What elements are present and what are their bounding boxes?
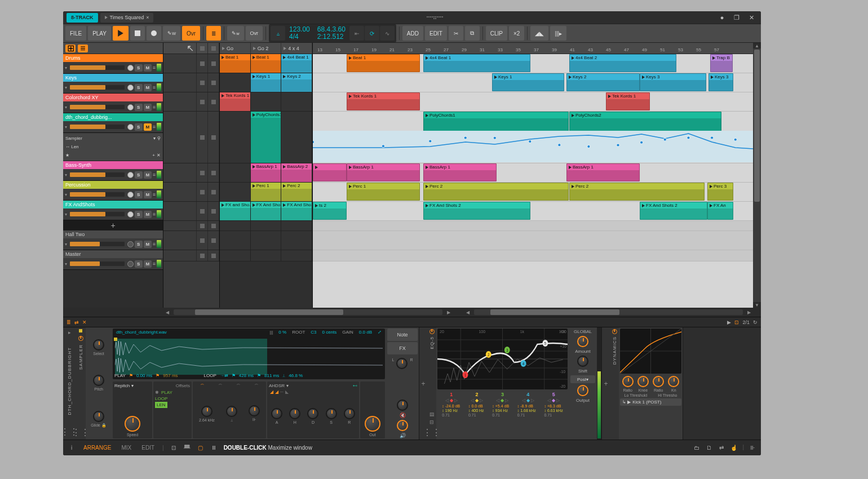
track-name[interactable]: Percussion <box>63 181 163 189</box>
timeline-row[interactable]: ts 2FX And Shots 2FX And Shots 2FX An <box>313 202 753 221</box>
eq-output-knob[interactable] <box>577 385 588 396</box>
stop-clip[interactable] <box>208 73 219 92</box>
timeline-clip[interactable] <box>313 163 347 181</box>
record-arm[interactable] <box>127 261 134 267</box>
record-arm[interactable] <box>127 124 134 130</box>
stop-clip[interactable] <box>208 202 219 220</box>
fold-button[interactable]: ◢◣ <box>530 26 548 41</box>
volume-fader[interactable] <box>70 172 125 177</box>
offset-k3[interactable] <box>249 405 260 416</box>
timeline-row[interactable]: PolyChords1PolyChords2 <box>313 112 753 163</box>
record-arm[interactable] <box>127 241 134 247</box>
pre-roll-button[interactable]: ⇤ <box>349 26 364 41</box>
pointer-tool[interactable]: ↖ <box>163 43 197 54</box>
nav-io-icon[interactable]: ⊡ <box>734 320 739 325</box>
ahdsr-a-knob[interactable] <box>271 408 282 419</box>
volume-fader[interactable] <box>70 192 125 197</box>
eq-curve-display[interactable]: 1 2 3 4 5 201001k10k +20+10-10-20 <box>437 329 568 389</box>
clip-slot[interactable]: Keys 1 <box>251 73 282 92</box>
track-menu-icon[interactable]: ≡ <box>153 85 156 90</box>
nav-close-icon[interactable]: ✕ <box>82 320 87 325</box>
track-menu-icon[interactable]: ≡ <box>153 241 156 247</box>
clip-button[interactable]: CLIP <box>486 26 507 41</box>
expand-icon[interactable]: ▾ <box>65 172 67 178</box>
loop-mode-icon[interactable]: →⇄ <box>220 373 228 378</box>
stop-clip[interactable] <box>197 54 208 73</box>
eq-band-select[interactable]: 4 ◁◆▷ <box>522 392 534 403</box>
expand-icon[interactable]: ▾ <box>65 192 67 197</box>
waveform-display[interactable]: dth_chord_dubbright.wav ||| 0 % ROOTC3 0… <box>113 329 385 379</box>
zoom-button[interactable]: ×2 <box>509 26 524 41</box>
offset-k1[interactable] <box>201 406 212 417</box>
chain-collapse-icon[interactable]: ▸ <box>68 330 71 335</box>
clip-slot[interactable]: BassArp 1 <box>251 163 282 182</box>
ahdsr-h-knob[interactable] <box>289 408 300 419</box>
expand-icon[interactable]: ▾ <box>65 125 67 130</box>
expand-icon[interactable]: ▾ <box>65 65 67 70</box>
stop-clip[interactable] <box>197 92 208 111</box>
add-button[interactable]: ADD <box>402 26 423 41</box>
eq-band-values[interactable]: ↕ 0.0 dB↕ 400 Hz0.71 <box>468 404 484 417</box>
tab-edit[interactable]: EDIT <box>139 443 157 452</box>
stop-clip[interactable] <box>208 221 219 230</box>
band-shape-icon[interactable]: ◆ <box>526 398 530 403</box>
add-track-button[interactable]: + <box>63 220 163 230</box>
ahdsr-r-knob[interactable] <box>344 408 355 419</box>
timeline-clip[interactable]: BassArp 1 <box>423 163 497 181</box>
tempo-display[interactable]: 123.004/4 <box>286 26 313 41</box>
nav-lines-icon[interactable]: ≣ <box>67 320 71 325</box>
record-arm[interactable] <box>127 172 134 178</box>
loop-button[interactable]: ⟳ <box>365 26 379 41</box>
footer-ic-1[interactable]: ⊡ <box>170 444 178 452</box>
eq-shift-knob[interactable] <box>577 356 588 367</box>
footer-ic-2[interactable]: ᚙ <box>183 444 191 452</box>
play-end-flag-icon[interactable]: ⚑ <box>156 373 160 378</box>
maximize-icon[interactable]: ❐ <box>730 13 743 22</box>
dyn-ratio-knob[interactable] <box>653 376 664 387</box>
eq-view-a[interactable]: ▤ <box>429 411 435 417</box>
clip-slot[interactable]: FX and Sho.. <box>220 202 251 220</box>
ahdsr-link-icon[interactable]: ⊷ <box>353 383 357 388</box>
track-header[interactable]: Colorchord XY ▾ S M ≡ <box>63 94 163 113</box>
solo-button[interactable]: S <box>135 84 143 91</box>
band-shape-icon[interactable]: ◆ <box>450 398 453 403</box>
timeline-clip[interactable]: Perc 2 <box>423 183 569 201</box>
eq-view-b[interactable]: ⊟ <box>429 419 434 425</box>
file-button[interactable]: FILE <box>65 26 86 41</box>
record-arm[interactable] <box>127 65 134 71</box>
band-shape-icon[interactable]: ◆ <box>501 398 504 403</box>
offset-k2[interactable] <box>226 406 237 417</box>
loop-start-flag[interactable]: ⚑ <box>232 373 236 378</box>
tab-project[interactable]: Times Squared × <box>100 13 154 23</box>
record-arm[interactable] <box>127 211 134 218</box>
eq-band-select[interactable]: 2 ◁◆▷ <box>471 392 483 403</box>
clip-slot[interactable]: FX And Sho.. <box>251 202 282 220</box>
punch-button[interactable]: ∿ <box>380 26 395 41</box>
timeline-clip[interactable]: FX An <box>707 202 733 220</box>
timeline-row[interactable]: BassArp 1BassArp 1BassArp 1 <box>313 163 753 183</box>
record-arm[interactable] <box>127 104 134 110</box>
nav-routing-icon[interactable]: ⇄ <box>74 320 79 325</box>
eq-band-select[interactable]: 1 ◁◆▷ <box>445 392 458 403</box>
track-name[interactable]: FX AndShots <box>63 201 163 209</box>
solo-button[interactable]: S <box>135 64 143 72</box>
scene-go[interactable]: Go <box>220 43 251 54</box>
timeline-clip[interactable]: 4x4 Beat 1 <box>423 54 530 72</box>
stop-clip[interactable] <box>208 112 219 163</box>
timeline-row[interactable] <box>313 231 753 250</box>
expand-icon[interactable]: ▾ <box>65 212 67 217</box>
ahdsr-d-knob[interactable] <box>307 408 318 419</box>
track-name[interactable]: Master <box>63 250 163 258</box>
timeline-ruler[interactable]: 1315171921232527293133353739414345474951… <box>313 43 753 54</box>
pin-icon[interactable]: ⚲ <box>157 136 161 141</box>
clip-slot[interactable]: PolyChords1 <box>251 112 282 163</box>
expand-icon[interactable]: ▾ <box>65 85 67 90</box>
curve-3-icon[interactable]: ⌒ <box>236 383 241 389</box>
routing-icon[interactable]: ⇄ <box>718 444 725 452</box>
expand-icon[interactable]: ▾ <box>65 242 67 247</box>
dyn-sidechain[interactable]: ↳ ▶Kick 1 (POST) <box>620 398 681 406</box>
record-arm[interactable] <box>127 192 134 198</box>
timeline-row[interactable] <box>313 221 753 231</box>
record-arm[interactable] <box>127 85 134 91</box>
clip-slot[interactable]: Perc 2 <box>281 183 312 201</box>
